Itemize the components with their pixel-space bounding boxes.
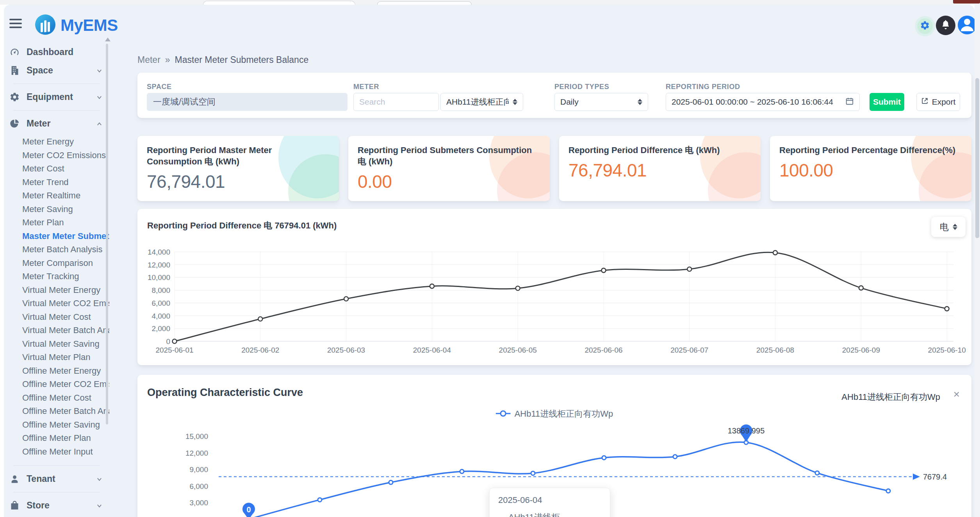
sidebar-item-meter-realtime[interactable]: Meter Realtime — [4, 189, 109, 203]
building-icon — [9, 65, 20, 76]
reporting-period-input[interactable]: 2025-06-01 00:00:00 ~ 2025-06-10 16:06:4… — [666, 93, 860, 111]
sidebar-item-offline-meter-energy[interactable]: Offline Meter Energy — [4, 364, 109, 378]
app-window: MyEMS DashboardSpaceEquipmentMeterMeter … — [4, 5, 975, 517]
sidebar-item-master-meter-submeters-balance[interactable]: Master Meter Submeters Balance — [4, 230, 109, 243]
sidebar-item-space[interactable]: Space — [4, 61, 109, 80]
sidebar-submenu: Meter EnergyMeter CO2 EmissionsMeter Cos… — [4, 133, 109, 462]
sidebar-item-virtual-meter-energy[interactable]: Virtual Meter Energy — [4, 283, 109, 297]
svg-text:9,000: 9,000 — [189, 465, 208, 474]
gear-icon — [9, 92, 20, 102]
sidebar-item-offline-meter-input[interactable]: Offline Meter Input — [4, 445, 109, 459]
chart-tooltip: 2025-06-04 AHb11进线柜正向有功Wp 8,625 — [489, 488, 610, 517]
filter-panel: SPACE 一度城/调试空间 METER AHb11进线柜正向有功Wp PERI… — [137, 73, 971, 118]
period-type-select[interactable]: Daily — [554, 93, 648, 111]
sidebar-item-virtual-meter-saving[interactable]: Virtual Meter Saving — [4, 337, 109, 351]
sidebar-item-meter-comparison[interactable]: Meter Comparison — [4, 257, 109, 270]
sidebar-item-virtual-meter-batch-analysis[interactable]: Virtual Meter Batch Analysis — [4, 324, 109, 337]
svg-text:14,000: 14,000 — [148, 248, 170, 256]
reporting-period-label: REPORTING PERIOD — [666, 83, 740, 91]
hamburger-menu-icon[interactable] — [9, 19, 22, 29]
sidebar-divider — [13, 84, 100, 84]
sidebar-item-store[interactable]: Store — [4, 496, 109, 515]
sidebar-item-meter-energy[interactable]: Meter Energy — [4, 135, 109, 149]
period-type-value: Daily — [560, 97, 579, 107]
sidebar-item-meter-plan[interactable]: Meter Plan — [4, 216, 109, 230]
sidebar-nav: DashboardSpaceEquipmentMeterMeter Energy… — [4, 43, 109, 517]
sidebar-item-offline-meter-cost[interactable]: Offline Meter Cost — [4, 391, 109, 405]
chevron-down-icon — [96, 503, 102, 509]
svg-text:2025-06-03: 2025-06-03 — [327, 346, 365, 354]
sidebar-item-offline-meter-batch-analysis[interactable]: Offline Meter Batch Analysis — [4, 405, 109, 418]
stat-card-title: Reporting Period Difference 电 (kWh) — [568, 144, 751, 156]
gear-icon — [920, 20, 930, 32]
sidebar-item-virtual-meter-co2-emissions[interactable]: Virtual Meter CO2 Emissions — [4, 297, 109, 310]
browser-tab-fragment — [953, 0, 980, 4]
meter-select-value: AHb11进线柜正向有功Wp — [446, 96, 509, 107]
submit-button[interactable]: Submit — [870, 93, 904, 111]
legend-item[interactable]: AHb11进线柜正向有功Wp — [496, 408, 613, 420]
sidebar-item-meter-batch-analysis[interactable]: Meter Batch Analysis — [4, 243, 109, 257]
notifications-button[interactable] — [936, 16, 955, 35]
screen: MyEMS DashboardSpaceEquipmentMeterMeter … — [0, 0, 980, 517]
sidebar-item-meter-tracking[interactable]: Meter Tracking — [4, 270, 109, 283]
space-label: SPACE — [147, 83, 172, 91]
sidebar-item-tenant[interactable]: Tenant — [4, 470, 109, 488]
energy-unit-select[interactable]: 电 — [931, 217, 966, 237]
svg-text:4,000: 4,000 — [151, 312, 170, 320]
page-scrollbar-thumb[interactable] — [975, 78, 979, 238]
close-icon[interactable]: × — [953, 389, 960, 400]
bag-icon — [9, 500, 20, 511]
export-button[interactable]: Export — [916, 93, 960, 111]
sidebar-divider — [13, 110, 100, 111]
space-input[interactable]: 一度城/调试空间 — [147, 93, 347, 111]
export-icon — [921, 97, 928, 107]
chart-title: Operating Characteristic Curve — [147, 387, 303, 399]
sidebar-item-offline-meter-plan[interactable]: Offline Meter Plan — [4, 431, 109, 445]
stat-card-reporting-period-submeters-consumption: Reporting Period Submeters Consumption 电… — [348, 136, 550, 201]
unit-select-value: 电 — [940, 221, 949, 233]
settings-button[interactable] — [917, 18, 933, 34]
brand-name: MyEMS — [61, 16, 118, 35]
meter-search-input[interactable] — [353, 93, 439, 111]
difference-line-chart[interactable]: 02,0004,0006,0008,00010,00012,00014,0002… — [137, 209, 971, 365]
svg-text:2025-06-08: 2025-06-08 — [756, 346, 794, 354]
sidebar-item-virtual-meter-cost[interactable]: Virtual Meter Cost — [4, 310, 109, 324]
reporting-period-value: 2025-06-01 00:00:00 ~ 2025-06-10 16:06:4… — [672, 97, 833, 107]
chevron-up-icon — [96, 121, 102, 127]
stat-card-title: Reporting Period Submeters Consumption 电… — [358, 144, 540, 167]
breadcrumb-parent[interactable]: Meter — [137, 55, 160, 65]
chevron-down-icon — [96, 94, 102, 100]
browser-strip — [0, 0, 980, 5]
stat-card-reporting-period-difference-kwh: Reporting Period Difference 电 (kWh)76,79… — [559, 136, 761, 201]
page-scrollbar[interactable] — [975, 5, 980, 517]
svg-text:12,000: 12,000 — [148, 261, 170, 269]
sidebar-item-meter-saving[interactable]: Meter Saving — [4, 203, 109, 216]
svg-text:13869.995: 13869.995 — [728, 426, 765, 435]
sidebar-item-meter-co2-emissions[interactable]: Meter CO2 Emissions — [4, 149, 109, 162]
sidebar-item-offline-meter-saving[interactable]: Offline Meter Saving — [4, 418, 109, 432]
select-arrows-icon — [953, 224, 957, 230]
brand-logo[interactable]: MyEMS — [35, 14, 118, 36]
svg-text:6,000: 6,000 — [189, 482, 208, 490]
sidebar-item-label: Dashboard — [27, 47, 109, 57]
stat-card-value: 100.00 — [779, 160, 962, 181]
sidebar-scroll-up-icon[interactable] — [105, 37, 110, 41]
user-menu-button[interactable] — [958, 16, 975, 34]
sidebar-item-meter-cost[interactable]: Meter Cost — [4, 162, 109, 176]
sidebar-item-virtual-meter-plan[interactable]: Virtual Meter Plan — [4, 351, 109, 364]
meter-select[interactable]: AHb11进线柜正向有功Wp — [440, 93, 523, 111]
series-name-label: AHb11进线柜正向有功Wp — [841, 391, 940, 403]
sidebar-item-meter[interactable]: Meter — [4, 114, 109, 133]
sidebar-scrollbar[interactable] — [106, 44, 108, 424]
calendar-icon — [845, 97, 854, 107]
svg-text:12,000: 12,000 — [185, 449, 208, 457]
sidebar-item-offline-meter-co2-emissions[interactable]: Offline Meter CO2 Emissions — [4, 378, 109, 391]
user-icon — [958, 15, 975, 35]
sidebar-item-dashboard[interactable]: Dashboard — [4, 43, 109, 61]
period-types-label: PERIOD TYPES — [554, 83, 609, 91]
stat-card-reporting-period-percentage-difference: Reporting Period Percentage Difference(%… — [770, 136, 971, 201]
legend-label: AHb11进线柜正向有功Wp — [515, 408, 613, 420]
sidebar-item-equipment[interactable]: Equipment — [4, 88, 109, 106]
sidebar-item-meter-trend[interactable]: Meter Trend — [4, 176, 109, 189]
svg-text:2025-06-10: 2025-06-10 — [928, 346, 966, 354]
